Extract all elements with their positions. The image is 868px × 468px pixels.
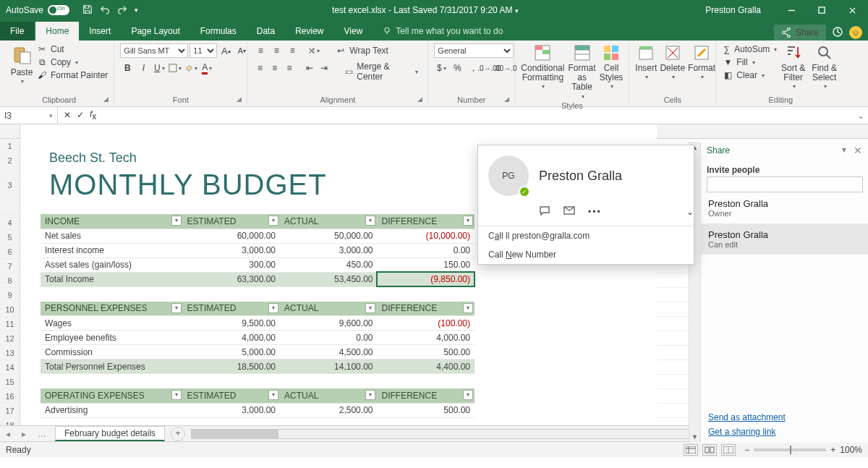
align-bottom-button[interactable]: ≡	[285, 43, 299, 58]
data-cell[interactable]: 4,000.00	[377, 331, 475, 345]
clipboard-launcher[interactable]: ◢	[103, 95, 112, 104]
data-cell[interactable]: 9,500.00	[183, 316, 280, 331]
data-cell[interactable]: 4,000.00	[183, 331, 280, 345]
total-cell[interactable]: 14,100.00	[280, 359, 377, 374]
data-cell[interactable]: 50,000.00	[280, 229, 377, 243]
tab-home[interactable]: Home	[35, 22, 79, 41]
align-center-button[interactable]: ≡	[268, 61, 281, 75]
row-header[interactable]: 3	[0, 178, 20, 215]
history-icon[interactable]	[832, 26, 843, 40]
find-select-button[interactable]: Find & Select▾	[809, 43, 839, 90]
minimize-button[interactable]	[781, 0, 801, 20]
fill-color-button[interactable]: ▾	[184, 61, 198, 75]
font-launcher[interactable]: ◢	[237, 95, 245, 104]
filter-dropdown-icon[interactable]: ▾	[171, 216, 182, 226]
menu-call-email[interactable]: Call ll preston@gralla.com	[478, 226, 694, 245]
data-cell[interactable]: 4,500.00	[280, 345, 377, 359]
share-person[interactable]: Preston GrallaOwner	[701, 192, 868, 224]
data-cell[interactable]: 0.00	[280, 331, 377, 345]
data-cell[interactable]: 500.00	[377, 345, 475, 359]
data-cell[interactable]: 500.00	[377, 403, 475, 417]
align-right-button[interactable]: ≡	[283, 61, 296, 75]
column-header-cell[interactable]: ESTIMATED▾	[183, 302, 280, 316]
zoom-in-button[interactable]: +	[830, 445, 835, 455]
filter-dropdown-icon[interactable]: ▾	[268, 216, 278, 226]
filter-dropdown-icon[interactable]: ▾	[171, 390, 182, 400]
filter-dropdown-icon[interactable]: ▾	[463, 216, 473, 226]
align-top-button[interactable]: ≡	[253, 43, 268, 58]
account-name[interactable]: Preston Gralla	[705, 5, 761, 15]
filter-dropdown-icon[interactable]: ▾	[463, 303, 473, 313]
mail-icon[interactable]	[563, 205, 575, 218]
scroll-down-icon[interactable]: ▼	[689, 431, 700, 443]
view-page-layout-button[interactable]	[702, 444, 717, 456]
row-header[interactable]: 8	[0, 273, 20, 287]
data-cell[interactable]: 2,500.00	[280, 403, 377, 417]
fill-button[interactable]: ▼Fill▾	[722, 56, 777, 68]
row-label[interactable]: Commission	[41, 345, 183, 359]
qat-customize-icon[interactable]: ▾	[135, 7, 138, 14]
section-header[interactable]: OPERATING EXPENSES▾	[41, 388, 183, 403]
tab-file[interactable]: File	[0, 22, 34, 41]
column-header-cell[interactable]: ESTIMATED▾	[183, 388, 280, 403]
get-sharing-link[interactable]: Get a sharing link	[708, 427, 786, 437]
bold-button[interactable]: B	[120, 61, 135, 75]
total-label[interactable]: Total Income	[41, 272, 183, 286]
data-cell[interactable]: 60,000.00	[183, 229, 280, 243]
row-header[interactable]: 4	[0, 216, 20, 229]
data-cell[interactable]: 450.00	[280, 258, 377, 272]
menu-call-new[interactable]: Call New Number	[478, 245, 694, 264]
data-cell[interactable]: (10,000.00)	[377, 229, 475, 243]
tab-page-layout[interactable]: Page Layout	[121, 22, 190, 41]
row-header[interactable]: 7	[0, 259, 20, 273]
row-header[interactable]: 13	[0, 346, 20, 359]
decrease-indent-button[interactable]: ⇤	[303, 61, 316, 75]
row-header[interactable]: 16	[0, 389, 20, 403]
paste-button[interactable]: Paste▾	[10, 43, 33, 85]
decrease-decimal-button[interactable]: .00→.0	[498, 61, 512, 75]
format-painter-button[interactable]: 🖌Format Painter	[36, 69, 108, 81]
row-header[interactable]: 15	[0, 375, 20, 388]
expand-formula-bar[interactable]: ⌄	[854, 111, 868, 121]
merge-center-button[interactable]: ▭Merge & Center▾	[340, 61, 422, 82]
invite-people-input[interactable]	[707, 176, 863, 192]
alignment-launcher[interactable]: ◢	[417, 95, 426, 104]
total-cell[interactable]: 63,300.00	[183, 272, 280, 286]
filter-dropdown-icon[interactable]: ▾	[268, 303, 278, 313]
filter-dropdown-icon[interactable]: ▾	[365, 390, 375, 400]
section-header[interactable]: PERSONNEL EXPENSES▾	[41, 302, 183, 316]
maximize-button[interactable]	[812, 0, 832, 20]
add-sheet-button[interactable]: +	[171, 427, 185, 441]
total-cell[interactable]: 18,500.00	[183, 359, 280, 374]
row-header[interactable]: 1	[0, 139, 20, 153]
column-header-cell[interactable]: DIFFERENCE▾	[377, 214, 475, 229]
increase-indent-button[interactable]: ⇥	[318, 61, 331, 75]
sheet-tab-active[interactable]: February budget details	[55, 426, 165, 441]
data-cell[interactable]: (100.00)	[377, 316, 475, 331]
data-cell[interactable]: 9,600.00	[280, 316, 377, 331]
number-format-select[interactable]: General	[434, 43, 514, 58]
share-person[interactable]: Preston GrallaCan edit	[701, 224, 868, 255]
copy-button[interactable]: ⧉Copy▾	[36, 56, 108, 68]
expand-card-icon[interactable]: ⌄	[686, 207, 694, 217]
align-middle-button[interactable]: ≡	[269, 43, 284, 58]
total-cell[interactable]: 53,450.00	[280, 272, 377, 286]
close-button[interactable]	[842, 0, 862, 20]
data-cell[interactable]: 5,000.00	[183, 345, 280, 359]
row-label[interactable]: Net sales	[41, 229, 183, 243]
tab-insert[interactable]: Insert	[79, 22, 121, 41]
filter-dropdown-icon[interactable]: ▾	[463, 390, 473, 400]
autosave-toggle[interactable]: AutoSave On	[0, 5, 75, 15]
column-header-cell[interactable]: ACTUAL▾	[280, 302, 377, 316]
data-cell[interactable]: 3,000.00	[280, 243, 377, 258]
conditional-formatting-button[interactable]: Conditional Formatting▾	[521, 43, 564, 90]
row-header[interactable]: 2	[0, 153, 20, 177]
sheet-nav-more[interactable]: …	[32, 429, 52, 439]
tab-review[interactable]: Review	[285, 22, 333, 41]
shrink-font-button[interactable]: A▾	[234, 43, 249, 58]
row-header[interactable]: 17	[0, 404, 20, 417]
column-header-cell[interactable]: ACTUAL▾	[280, 388, 377, 403]
formula-input[interactable]	[102, 107, 854, 124]
cell-styles-button[interactable]: Cell Styles▾	[600, 43, 624, 90]
cut-button[interactable]: ✂Cut	[36, 43, 108, 55]
